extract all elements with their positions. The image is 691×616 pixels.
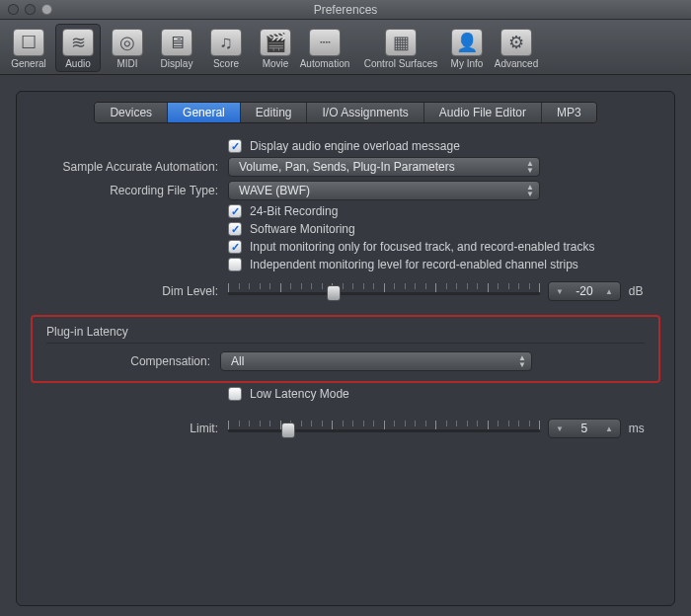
display-icon: 🖥 [161, 29, 192, 56]
compensation-select[interactable]: All ▲▼ [220, 351, 532, 371]
automation-icon: ┈ [309, 29, 341, 56]
limit-unit: ms [629, 422, 645, 435]
toolbar-item-label: MIDI [116, 58, 137, 69]
preferences-panel: DevicesGeneralEditingI/O AssignmentsAudi… [16, 91, 675, 606]
plugin-latency-section: Plug-in Latency Compensation: All ▲▼ [31, 315, 660, 383]
slider-knob[interactable] [327, 285, 341, 301]
dim-level-value: -20 [567, 284, 602, 298]
tab-editing[interactable]: Editing [241, 103, 308, 122]
stepper-up-icon[interactable]: ▲ [602, 287, 616, 296]
software-monitoring-label: Software Monitoring [250, 222, 355, 236]
overload-checkbox[interactable] [228, 139, 242, 153]
score-icon: ♫ [210, 29, 242, 56]
preferences-toolbar: ☐General≋Audio◎MIDI🖥Display♫Score🎬Movie┈… [0, 20, 691, 75]
recording-file-value: WAVE (BWF) [239, 184, 310, 197]
midi-icon: ◎ [112, 29, 143, 56]
toolbar-item-label: Automation [300, 58, 350, 69]
sample-accurate-label: Sample Accurate Automation: [40, 160, 228, 174]
movie-icon: 🎬 [260, 29, 291, 56]
tab-i-o-assignments[interactable]: I/O Assignments [307, 103, 423, 122]
toolbar-item-label: Movie [263, 58, 289, 69]
low-latency-checkbox[interactable] [228, 387, 242, 401]
toolbar-item-control-surfaces[interactable]: ▦Control Surfaces [361, 24, 440, 72]
tab-audio-file-editor[interactable]: Audio File Editor [424, 103, 542, 122]
stepper-up-icon[interactable]: ▲ [602, 424, 616, 433]
compensation-label: Compensation: [42, 354, 220, 368]
toolbar-item-my-info[interactable]: 👤My Info [444, 24, 490, 72]
dim-level-slider[interactable] [228, 281, 540, 301]
toolbar-item-advanced[interactable]: ⚙Advanced [494, 24, 539, 72]
overload-label: Display audio engine overload message [250, 139, 460, 153]
audio-icon: ≋ [62, 29, 94, 56]
toolbar-item-label: Control Surfaces [364, 58, 437, 69]
dim-level-stepper[interactable]: ▼ -20 ▲ [548, 281, 621, 301]
toolbar-item-general[interactable]: ☐General [6, 24, 51, 72]
recording-file-select[interactable]: WAVE (BWF) ▲▼ [228, 181, 540, 200]
compensation-value: All [231, 354, 244, 368]
toolbar-item-score[interactable]: ♫Score [203, 24, 249, 72]
tab-mp3[interactable]: MP3 [542, 103, 596, 122]
tab-general[interactable]: General [168, 103, 241, 122]
window-title: Preferences [0, 3, 691, 17]
stepper-down-icon[interactable]: ▼ [553, 424, 567, 433]
toolbar-item-label: General [11, 58, 46, 69]
toolbar-item-automation[interactable]: ┈Automation [302, 24, 347, 72]
limit-value: 5 [567, 422, 602, 435]
bit24-checkbox[interactable] [228, 204, 242, 218]
toolbar-item-label: Advanced [495, 58, 538, 69]
stepper-down-icon[interactable]: ▼ [553, 287, 567, 296]
software-monitoring-checkbox[interactable] [228, 222, 242, 236]
my-info-icon: 👤 [451, 29, 483, 56]
slider-knob[interactable] [281, 423, 295, 438]
toolbar-item-movie[interactable]: 🎬Movie [253, 24, 298, 72]
chevron-updown-icon: ▲▼ [518, 354, 526, 368]
toolbar-item-label: Score [213, 58, 239, 69]
advanced-icon: ⚙ [500, 29, 532, 56]
input-monitoring-label: Input monitoring only for focused track,… [250, 240, 595, 254]
tab-devices[interactable]: Devices [95, 103, 168, 122]
limit-label: Limit: [40, 422, 228, 435]
dim-level-label: Dim Level: [40, 284, 228, 298]
limit-stepper[interactable]: ▼ 5 ▲ [548, 419, 621, 438]
independent-monitoring-label: Independent monitoring level for record-… [250, 258, 578, 271]
independent-monitoring-checkbox[interactable] [228, 258, 242, 271]
sample-accurate-value: Volume, Pan, Sends, Plug-In Parameters [239, 160, 455, 174]
bit24-label: 24-Bit Recording [250, 204, 338, 218]
limit-slider[interactable] [228, 419, 540, 438]
sample-accurate-select[interactable]: Volume, Pan, Sends, Plug-In Parameters ▲… [228, 157, 540, 177]
dim-level-unit: dB [629, 284, 644, 298]
toolbar-item-label: Audio [65, 58, 91, 69]
toolbar-item-audio[interactable]: ≋Audio [55, 24, 101, 72]
control-surfaces-icon: ▦ [385, 29, 417, 56]
chevron-updown-icon: ▲▼ [526, 184, 534, 197]
tab-bar: DevicesGeneralEditingI/O AssignmentsAudi… [94, 102, 596, 123]
input-monitoring-checkbox[interactable] [228, 240, 242, 254]
toolbar-item-label: My Info [451, 58, 484, 69]
general-icon: ☐ [13, 29, 44, 56]
plugin-latency-title: Plug-in Latency [42, 323, 649, 343]
toolbar-item-display[interactable]: 🖥Display [154, 24, 199, 72]
chevron-updown-icon: ▲▼ [526, 160, 534, 174]
toolbar-item-label: Display [161, 58, 193, 69]
recording-file-label: Recording File Type: [40, 184, 228, 197]
low-latency-label: Low Latency Mode [250, 387, 349, 401]
toolbar-item-midi[interactable]: ◎MIDI [105, 24, 150, 72]
titlebar: Preferences [0, 0, 691, 20]
